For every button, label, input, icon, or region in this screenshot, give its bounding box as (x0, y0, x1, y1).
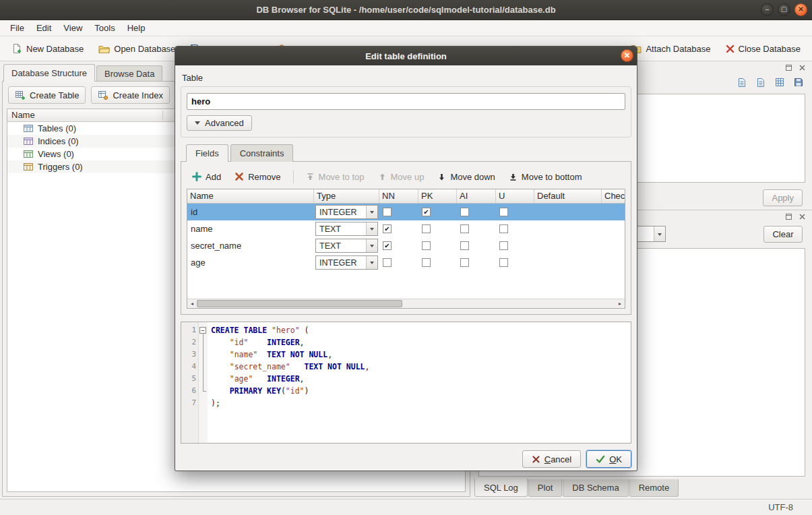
dock-tab-sql-log[interactable]: SQL Log (474, 479, 528, 497)
move-to-bottom-button[interactable]: Move to bottom (503, 170, 588, 184)
nn-checkbox[interactable]: ✔ (383, 224, 392, 233)
chevron-down-icon[interactable] (366, 206, 377, 218)
scroll-right-arrow[interactable]: ▸ (615, 299, 625, 309)
fold-collapse-icon[interactable]: − (199, 327, 206, 334)
toolbar-button-new-database[interactable]: New Database (5, 39, 90, 58)
scrollbar-track[interactable] (197, 299, 615, 309)
column-header-pk[interactable]: PK (418, 189, 457, 203)
pk-checkbox[interactable]: ✔ (422, 208, 431, 216)
field-row-name[interactable]: nameTEXT✔ (187, 220, 625, 237)
menu-view[interactable]: View (57, 22, 88, 34)
cancel-button[interactable]: Cancel (522, 450, 581, 468)
field-default-cell[interactable] (534, 204, 602, 220)
nn-checkbox[interactable] (383, 258, 392, 267)
maximize-button[interactable]: ▢ (778, 3, 790, 16)
create-index-button[interactable]: Create Index (91, 86, 169, 104)
column-header-type[interactable]: Type (314, 189, 379, 203)
add-button[interactable]: Add (187, 170, 226, 184)
nn-checkbox[interactable]: ✔ (383, 241, 392, 250)
u-checkbox[interactable] (499, 241, 508, 250)
dock-tab-plot[interactable]: Plot (528, 479, 562, 497)
window-titlebar[interactable]: DB Browser for SQLite - /home/user/code/… (0, 0, 812, 20)
menu-help[interactable]: Help (121, 22, 152, 34)
menu-tools[interactable]: Tools (88, 22, 121, 34)
field-type-combo[interactable]: TEXT (315, 222, 378, 236)
field-name-cell[interactable]: name (187, 220, 314, 237)
apply-button[interactable]: Apply (763, 189, 803, 206)
field-row-id[interactable]: idINTEGER✔ (187, 204, 625, 220)
dock-tab-db-schema[interactable]: DB Schema (563, 479, 628, 497)
ai-checkbox[interactable] (460, 258, 469, 267)
column-header-default[interactable]: Default (534, 189, 602, 203)
field-default-cell[interactable] (534, 237, 602, 254)
chevron-down-icon[interactable] (366, 222, 377, 235)
menu-file[interactable]: File (4, 22, 30, 34)
chevron-down-icon[interactable] (366, 239, 377, 252)
field-row-secret-name[interactable]: secret_nameTEXT✔ (187, 237, 625, 254)
field-row-age[interactable]: ageINTEGER (187, 254, 625, 271)
scrollbar-thumb[interactable] (197, 300, 402, 307)
advanced-toggle[interactable]: Advanced (187, 115, 252, 131)
scroll-left-arrow[interactable]: ◂ (187, 299, 197, 309)
dialog-close-button[interactable]: ✕ (621, 49, 633, 62)
field-name-cell[interactable]: secret_name (187, 237, 314, 254)
field-type-combo[interactable]: TEXT (315, 239, 378, 253)
field-name-cell[interactable]: id (187, 204, 314, 220)
create-table-button[interactable]: Create Table (8, 86, 86, 104)
column-header-name[interactable]: Name (187, 189, 314, 203)
dock-close-icon[interactable] (797, 63, 807, 72)
field-check-cell[interactable] (602, 237, 625, 254)
field-name-cell[interactable]: age (187, 254, 314, 271)
field-check-cell[interactable] (602, 220, 625, 237)
u-checkbox[interactable] (499, 224, 508, 233)
move-down-button[interactable]: Move down (432, 170, 500, 184)
import-icon[interactable] (735, 75, 749, 89)
ai-checkbox[interactable] (460, 208, 469, 216)
nn-checkbox[interactable] (383, 208, 392, 216)
pk-checkbox[interactable] (422, 224, 431, 233)
field-check-cell[interactable] (602, 254, 625, 271)
toolbar-button-open-database[interactable]: Open Database (92, 39, 181, 58)
dock-close-icon[interactable] (797, 212, 807, 221)
chevron-down-icon[interactable] (366, 256, 377, 269)
horizontal-scrollbar[interactable]: ◂ ▸ (187, 299, 625, 308)
field-default-cell[interactable] (534, 220, 602, 237)
field-default-cell[interactable] (534, 254, 602, 271)
dock-float-icon[interactable] (784, 212, 793, 221)
toolbar-button-close-database[interactable]: Close Database (720, 39, 807, 58)
fold-marker[interactable]: − (199, 324, 208, 336)
u-checkbox[interactable] (499, 258, 508, 267)
ok-button[interactable]: OK (586, 450, 631, 468)
minimize-button[interactable]: – (761, 3, 774, 16)
chevron-down-icon[interactable] (654, 226, 665, 241)
toolbar-button-attach-database[interactable]: Attach Database (625, 39, 716, 58)
dialog-tab-fields[interactable]: Fields (186, 144, 228, 162)
pk-checkbox[interactable] (422, 258, 431, 267)
column-header-u[interactable]: U (496, 189, 534, 203)
table-name-input[interactable] (187, 93, 625, 110)
export-icon[interactable] (754, 75, 768, 89)
tab-browse-data[interactable]: Browse Data (96, 65, 162, 82)
column-header-ai[interactable]: AI (457, 189, 496, 203)
menu-edit[interactable]: Edit (30, 22, 57, 34)
dialog-tab-constraints[interactable]: Constraints (230, 144, 294, 162)
u-checkbox[interactable] (499, 208, 508, 216)
clear-button[interactable]: Clear (763, 226, 803, 243)
save-icon[interactable] (792, 75, 805, 89)
sql-preview[interactable]: 1234567 − CREATE TABLE "hero" ( "id" INT… (181, 322, 631, 444)
pk-checkbox[interactable] (422, 241, 431, 250)
dock-tab-remote[interactable]: Remote (629, 479, 679, 497)
dialog-titlebar[interactable]: Edit table definition ✕ (175, 47, 637, 65)
dock-float-icon[interactable] (784, 63, 793, 72)
column-header-nn[interactable]: NN (379, 189, 418, 203)
grid-icon[interactable] (773, 75, 786, 89)
field-check-cell[interactable] (602, 204, 625, 220)
close-window-button[interactable]: ✕ (794, 3, 807, 16)
ai-checkbox[interactable] (460, 224, 469, 233)
field-type-combo[interactable]: INTEGER (315, 255, 378, 270)
column-header-check[interactable]: Check (602, 189, 625, 203)
remove-button[interactable]: Remove (229, 170, 286, 184)
ai-checkbox[interactable] (460, 241, 469, 250)
tab-database-structure[interactable]: Database Structure (3, 64, 95, 82)
field-type-combo[interactable]: INTEGER (315, 205, 378, 219)
